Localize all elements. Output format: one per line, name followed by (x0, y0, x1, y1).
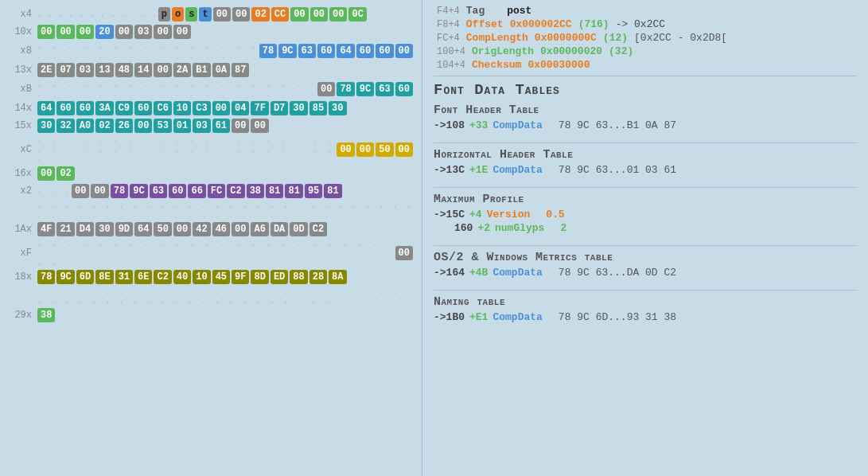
hex-cell: 00 (56, 25, 74, 39)
hex-cell: D4 (76, 222, 94, 236)
meta-offset: 104+4 (437, 60, 465, 71)
hex-cell: 00 (395, 44, 413, 58)
hex-cell: 9C (56, 270, 74, 284)
val-compdata: 78 9C 63...01 03 61 (559, 164, 676, 176)
hex-cell: 32 (56, 119, 74, 133)
dots: . . . . . . . . . . . . . . . . . . . . … (37, 201, 414, 220)
hex-cell: 60 (356, 44, 374, 58)
hex-cell: 9C (278, 44, 296, 58)
field-compdata: CompData (492, 267, 542, 279)
hex-cell: C3 (193, 101, 210, 115)
hex-cell: 4F (37, 222, 55, 236)
hex-cell: s (185, 7, 197, 21)
row-label: x2 (8, 185, 37, 197)
field-compdata: CompData (492, 164, 542, 176)
table-row-info: ->164 +4B CompData 78 9C 63...DA 0D C2 (434, 267, 857, 279)
hex-cell: 13 (95, 63, 113, 77)
divider (434, 142, 857, 143)
hex-cell: p (158, 7, 170, 21)
hex-cell: C2 (227, 184, 244, 198)
hex-cell: 00 (337, 142, 354, 157)
row-label: x8 (8, 45, 37, 57)
hex-cell: 31 (115, 270, 133, 284)
hex-cell: 3A (95, 101, 113, 115)
hex-row: 15x 30 32 A0 02 26 00 53 01 03 61 00 00 (8, 118, 414, 134)
val-offset-arrow: -> 0x2CC (616, 18, 665, 30)
hex-cell: 8A (329, 270, 346, 284)
hex-cell: 66 (188, 184, 205, 198)
plus-offset: +E1 (469, 311, 488, 323)
dots: . . . (37, 186, 71, 196)
hex-cell: 00 (72, 184, 89, 198)
hex-cell: 02 (95, 119, 113, 133)
hex-cell: 61 (212, 119, 230, 133)
hex-cell: 78 (111, 184, 128, 198)
table-title: Horizontal Header Table (434, 148, 857, 162)
row-label: xF (8, 248, 37, 259)
arrow-ref: ->1B0 (434, 311, 465, 323)
hex-row: xC . . . . . . . . . . . . . . . . . . .… (8, 135, 414, 164)
hex-row: 18x 78 9C 6D 8E 31 6E C2 40 10 45 9F 8D … (8, 269, 414, 285)
hex-cell: 00 (173, 25, 191, 39)
hex-cell: 87 (232, 63, 249, 77)
hex-cell: 53 (154, 119, 171, 133)
hex-cell: 00 (173, 222, 191, 236)
hex-cell: 81 (285, 184, 302, 198)
table-row-info: ->13C +1E CompData 78 9C 63...01 03 61 (434, 164, 857, 176)
val-origlength-num: (32) (609, 45, 633, 57)
hex-cell: 00 (329, 7, 347, 21)
hex-cell: 01 (173, 119, 191, 133)
hex-cell: 00 (37, 166, 55, 181)
hex-cell: 04 (232, 101, 249, 115)
row-label: 18x (8, 271, 37, 283)
hex-cell: 60 (169, 184, 186, 198)
val-complength-range: [0x2CC - 0x2D8[ (634, 32, 727, 44)
val-version: 0.5 (546, 209, 564, 220)
table-section-hhea: Horizontal Header Table ->13C +1E CompDa… (434, 148, 857, 176)
hex-cell: 00 (213, 7, 231, 21)
hex-cell: CC (271, 7, 289, 21)
hex-cell: 6E (134, 270, 152, 284)
val-complength-hex: 0x0000000C (535, 32, 597, 44)
arrow-ref: ->108 (434, 119, 465, 131)
hex-row: 29x 38 (8, 307, 414, 323)
field-complength: CompLength (466, 32, 528, 44)
hex-cell: 78 (337, 82, 354, 96)
row-label: 15x (8, 120, 37, 131)
hex-cell: 00 (134, 119, 152, 133)
row-label: xC (8, 144, 37, 155)
row-label: 16x (8, 168, 37, 179)
meta-row: F8+4 Offset 0x000002CC (716) -> 0x2CC (434, 18, 857, 30)
hex-row: 1Ax 4F 21 D4 30 9D 64 50 00 42 46 00 A6 … (8, 221, 414, 237)
hex-row: 13x 2E 07 03 13 48 14 00 2A B1 0A 87 (8, 62, 414, 78)
val-offset-hex: 0x000002CC (510, 18, 572, 30)
hex-cell: 63 (150, 184, 167, 198)
hex-cell: 2A (173, 63, 191, 77)
meta-row: 100+4 OrigLength 0x00000020 (32) (434, 45, 857, 57)
meta-row: FC+4 CompLength 0x0000000C (12) [0x2CC -… (434, 32, 857, 44)
hex-cell: 00 (212, 101, 230, 115)
hex-cell: 85 (309, 101, 327, 115)
arrow-ref: ->15C (434, 209, 465, 220)
hex-cell: ED (271, 270, 288, 284)
hex-cell: 48 (115, 63, 133, 77)
table-row-info: ->1B0 +E1 CompData 78 9C 6D...93 31 38 (434, 311, 857, 323)
hex-row: x8 . . . . . . . . . . . . . . . . . . .… (8, 41, 414, 60)
table-title: Font Header Table (434, 103, 857, 117)
hex-cell: C6 (154, 101, 171, 115)
hex-cell: 00 (310, 7, 328, 21)
hex-cell: 00 (232, 222, 249, 236)
hex-row: 10x 00 00 00 20 00 03 00 00 (8, 24, 414, 40)
val-origlength: 0x00000020 (540, 45, 602, 57)
hex-cell: A0 (76, 119, 94, 133)
row-label: xB (8, 84, 37, 95)
hex-cell: 38 (37, 308, 55, 322)
val-tag: post (507, 5, 531, 17)
dots: . . . . . . . . . . . . . . . . . . . . … (37, 41, 259, 60)
val-compdata: 78 9C 63...DA 0D C2 (559, 267, 676, 279)
hex-cell: C2 (309, 222, 327, 236)
plus-offset: +1E (469, 164, 488, 176)
field-version: Version (487, 209, 531, 220)
hex-cell: 02 (251, 7, 269, 21)
hex-cell: 78 (259, 44, 277, 58)
